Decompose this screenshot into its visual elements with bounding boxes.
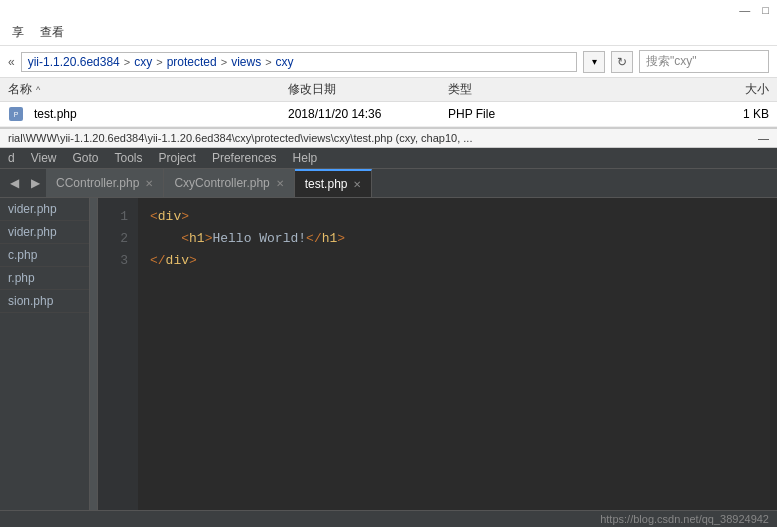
tab-close-testphp[interactable]: ✕ <box>353 179 361 190</box>
menu-help[interactable]: Help <box>293 151 318 165</box>
tab-label-cxycontroller: CxyController.php <box>174 176 269 190</box>
code-line-2: <h1>Hello World!</h1> <box>150 228 765 250</box>
left-item-3[interactable]: r.php <box>0 267 89 290</box>
view-menu-item[interactable]: 查看 <box>40 24 64 41</box>
code-line-3: </div> <box>150 250 765 272</box>
menu-preferences[interactable]: Preferences <box>212 151 277 165</box>
tab-cxycontroller[interactable]: CxyController.php ✕ <box>164 169 294 197</box>
explorer-menu-bar: 享 查看 <box>0 20 777 46</box>
left-panel: vider.php vider.php c.php r.php sion.php <box>0 198 90 510</box>
left-item-4[interactable]: sion.php <box>0 290 89 313</box>
file-icon: P <box>8 106 24 122</box>
line-num-3: 3 <box>108 250 128 272</box>
editor-content: vider.php vider.php c.php r.php sion.php… <box>0 198 777 510</box>
path-segment-2[interactable]: protected <box>167 55 217 69</box>
menu-tools[interactable]: Tools <box>115 151 143 165</box>
editor-minimize[interactable]: — <box>758 132 769 144</box>
dropdown-button[interactable]: ▾ <box>583 51 605 73</box>
editor-status-bar: https://blog.csdn.net/qq_38924942 <box>0 510 777 527</box>
line-num-1: 1 <box>108 206 128 228</box>
tab-label-ccontroller: CController.php <box>56 176 139 190</box>
left-item-1[interactable]: vider.php <box>0 221 89 244</box>
share-menu-item[interactable]: 享 <box>12 24 24 41</box>
file-type-cell: PHP File <box>448 107 568 121</box>
code-line-1: <div> <box>150 206 765 228</box>
left-item-2[interactable]: c.php <box>0 244 89 267</box>
file-name-cell: P test.php <box>8 106 288 122</box>
path-segment-4[interactable]: cxy <box>276 55 294 69</box>
menu-project[interactable]: Project <box>159 151 196 165</box>
search-box[interactable]: 搜索"cxy" <box>639 50 769 73</box>
scroll-bar[interactable] <box>90 198 98 510</box>
tab-nav-left[interactable]: ◀ <box>4 172 25 194</box>
col-header-name[interactable]: 名称 ^ <box>8 81 288 98</box>
tab-testphp[interactable]: test.php ✕ <box>295 169 373 197</box>
tab-nav-right[interactable]: ▶ <box>25 172 46 194</box>
tab-close-ccontroller[interactable]: ✕ <box>145 178 153 189</box>
left-item-0[interactable]: vider.php <box>0 198 89 221</box>
address-path[interactable]: yii-1.1.20.6ed384 > cxy > protected > vi… <box>21 52 577 72</box>
col-header-type[interactable]: 类型 <box>448 81 568 98</box>
line-num-2: 2 <box>108 228 128 250</box>
path-segment-0[interactable]: yii-1.1.20.6ed384 <box>28 55 120 69</box>
minimize-button[interactable]: — <box>739 4 750 16</box>
sort-arrow: ^ <box>36 85 40 95</box>
address-bar: « yii-1.1.20.6ed384 > cxy > protected > … <box>0 46 777 78</box>
status-link: https://blog.csdn.net/qq_38924942 <box>600 513 769 525</box>
file-list-header: 名称 ^ 修改日期 类型 大小 <box>0 78 777 102</box>
editor-section: d View Goto Tools Project Preferences He… <box>0 148 777 527</box>
path-segment-3[interactable]: views <box>231 55 261 69</box>
tab-bar: ◀ ▶ CController.php ✕ CxyController.php … <box>0 169 777 198</box>
refresh-button[interactable]: ↻ <box>611 51 633 73</box>
path-segment-1[interactable]: cxy <box>134 55 152 69</box>
editor-file-path: rial\WWW\yii-1.1.20.6ed384\yii-1.1.20.6e… <box>8 132 472 144</box>
tab-label-testphp: test.php <box>305 177 348 191</box>
code-editor[interactable]: <div> <h1>Hello World!</h1> </div> <box>138 198 777 510</box>
back-button[interactable]: « <box>8 55 15 69</box>
menu-view[interactable]: View <box>31 151 57 165</box>
col-header-date[interactable]: 修改日期 <box>288 81 448 98</box>
window-controls: — □ <box>0 0 777 20</box>
maximize-button[interactable]: □ <box>762 4 769 16</box>
editor-menu-bar: d View Goto Tools Project Preferences He… <box>0 148 777 169</box>
editor-path-bar: rial\WWW\yii-1.1.20.6ed384\yii-1.1.20.6e… <box>0 128 777 148</box>
file-name-label: test.php <box>34 107 77 121</box>
menu-goto[interactable]: Goto <box>72 151 98 165</box>
col-header-size[interactable]: 大小 <box>568 81 769 98</box>
tab-ccontroller[interactable]: CController.php ✕ <box>46 169 164 197</box>
search-placeholder: 搜索"cxy" <box>646 53 697 70</box>
table-row[interactable]: P test.php 2018/11/20 14:36 PHP File 1 K… <box>0 102 777 127</box>
menu-file-partial[interactable]: d <box>8 151 15 165</box>
file-date-cell: 2018/11/20 14:36 <box>288 107 448 121</box>
file-size-cell: 1 KB <box>568 107 769 121</box>
line-numbers: 1 2 3 <box>98 198 138 510</box>
tab-close-cxycontroller[interactable]: ✕ <box>276 178 284 189</box>
